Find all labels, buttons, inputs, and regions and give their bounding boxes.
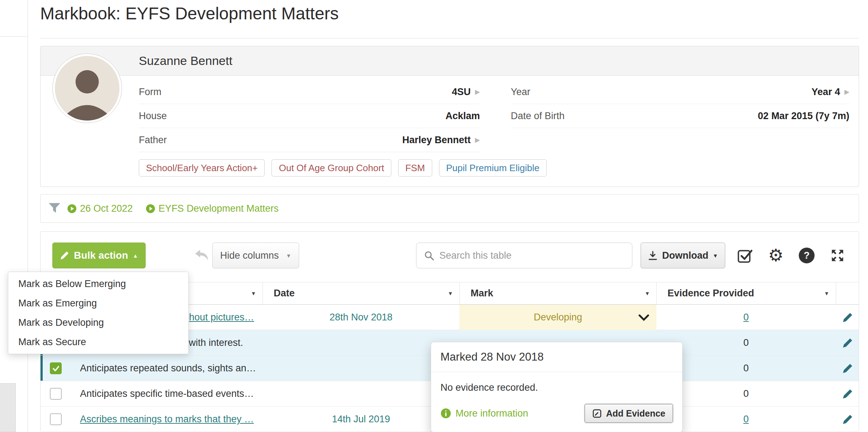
evidence-count: 0 <box>743 337 749 348</box>
detail-value: Harley Bennett <box>402 135 471 146</box>
caret-down-icon: ▼ <box>251 291 256 296</box>
evidence-link[interactable]: 0 <box>743 414 749 424</box>
detail-value: 4SU <box>452 86 471 98</box>
statement-link[interactable]: Ascribes meanings to marks that they … <box>80 414 254 424</box>
collapsed-sidebar[interactable] <box>0 0 28 432</box>
download-icon <box>648 250 658 260</box>
tag-school-action: School/Early Years Action+ <box>139 159 265 177</box>
student-avatar[interactable] <box>52 53 122 123</box>
menu-item-mark-emerging[interactable]: Mark as Emerging <box>8 294 188 313</box>
hide-columns-label: Hide columns <box>220 250 279 261</box>
edit-row-button[interactable] <box>836 389 859 399</box>
caret-down-icon: ▼ <box>286 253 291 258</box>
pencil-icon <box>842 363 853 374</box>
tag-fsm: FSM <box>398 159 432 177</box>
popover-title: Marked 28 Nov 2018 <box>431 342 682 372</box>
detail-value: Acklam <box>445 111 480 122</box>
page: Markbook: EYFS Development Matters Suzan… <box>0 0 868 432</box>
mark-value: Developing <box>534 312 582 323</box>
bulk-action-button[interactable]: Bulk action ▲ <box>52 243 146 268</box>
mark-cell[interactable]: Developing <box>459 305 656 330</box>
filter-bar: 26 Oct 2022 EYFS Development Matters <box>40 194 859 223</box>
evidence-link[interactable]: 0 <box>743 312 749 323</box>
statement-text: Anticipates repeated sounds, sights an… <box>80 363 256 374</box>
search-input[interactable] <box>439 250 625 261</box>
hide-columns-button[interactable]: Hide columns ▼ <box>212 243 299 268</box>
filter-chip-markbook[interactable]: EYFS Development Matters <box>146 203 279 214</box>
header-actions-column <box>836 282 859 304</box>
green-circle-arrow-icon <box>146 204 155 213</box>
info-icon <box>440 408 451 419</box>
more-information-link[interactable]: More information <box>440 408 528 419</box>
undo-icon <box>193 248 209 263</box>
help-icon: ? <box>799 248 815 263</box>
row-checkbox[interactable] <box>50 388 62 400</box>
detail-label: Father <box>139 135 167 146</box>
page-title: Markbook: EYFS Development Matters <box>40 4 339 23</box>
download-label: Download <box>662 250 708 261</box>
edit-row-button[interactable] <box>836 338 859 348</box>
popover-body: No evidence recorded. <box>431 372 682 395</box>
expand-icon <box>830 248 845 263</box>
header-date-column[interactable]: Date ▼ <box>263 282 459 304</box>
undo-button[interactable] <box>188 246 213 265</box>
detail-label: Year <box>511 86 530 98</box>
chevron-down-icon[interactable] <box>638 314 649 321</box>
gear-icon: ⚙ <box>768 247 783 264</box>
menu-item-mark-below-emerging[interactable]: Mark as Below Emerging <box>8 274 188 294</box>
row-checkbox[interactable] <box>50 413 62 425</box>
filter-chip-label: EYFS Development Matters <box>159 203 279 214</box>
select-rows-button[interactable] <box>734 245 756 266</box>
date-link[interactable]: 28th Nov 2018 <box>330 312 393 323</box>
green-circle-arrow-icon <box>67 204 77 213</box>
add-evidence-button[interactable]: Add Evidence <box>585 404 673 423</box>
bulk-action-label: Bulk action <box>74 250 128 261</box>
evidence-count: 0 <box>743 388 749 399</box>
tag-pupil-premium: Pupil Premium Eligible <box>439 159 547 177</box>
statement-text: Anticipates specific time-based events… <box>80 388 254 399</box>
detail-value: Year 4 <box>812 86 840 98</box>
pencil-icon <box>842 312 853 323</box>
header-label: Evidence Provided <box>667 288 754 299</box>
download-button[interactable]: Download ▼ <box>641 243 725 268</box>
caret-up-icon: ▲ <box>133 253 138 258</box>
menu-item-mark-secure[interactable]: Mark as Secure <box>8 332 188 352</box>
pencil-icon <box>842 338 853 348</box>
row-checkbox[interactable] <box>50 362 62 374</box>
edit-row-button[interactable] <box>836 363 859 374</box>
student-details-left: Form 4SU ▶ House Acklam Father Harley Be… <box>139 80 480 152</box>
fullscreen-button[interactable] <box>827 245 848 266</box>
caret-down-icon: ▼ <box>645 291 650 296</box>
settings-button[interactable]: ⚙ <box>765 245 787 266</box>
edit-row-button[interactable] <box>836 414 859 425</box>
student-profile-card: Suzanne Bennett Form 4SU ▶ <box>40 46 859 187</box>
check-icon <box>52 364 60 373</box>
header-evidence-column[interactable]: Evidence Provided ▼ <box>656 282 836 304</box>
detail-row-form[interactable]: Form 4SU ▶ <box>139 80 480 104</box>
detail-label: Form <box>139 86 161 98</box>
chevron-right-icon: ▶ <box>844 88 849 96</box>
menu-item-mark-developing[interactable]: Mark as Developing <box>8 313 188 332</box>
sidebar-divider <box>0 36 28 37</box>
detail-row-year[interactable]: Year Year 4 ▶ <box>511 80 849 104</box>
date-link[interactable]: 14th Jul 2019 <box>332 414 390 424</box>
header-label: Mark <box>471 288 493 299</box>
chevron-right-icon: ▶ <box>475 88 480 96</box>
edit-row-button[interactable] <box>836 312 859 323</box>
sidebar-bottom-panel <box>0 383 16 432</box>
student-tags: School/Early Years Action+ Out Of Age Gr… <box>139 159 547 177</box>
filter-funnel-icon[interactable] <box>48 203 61 214</box>
detail-row-father[interactable]: Father Harley Bennett ▶ <box>139 128 480 152</box>
filter-chip-date[interactable]: 26 Oct 2022 <box>67 203 133 214</box>
filter-chip-label: 26 Oct 2022 <box>80 203 133 214</box>
title-divider <box>40 38 859 38</box>
detail-value: 02 Mar 2015 (7y 7m) <box>758 111 849 122</box>
bulk-action-menu: Mark as Below Emerging Mark as Emerging … <box>8 272 189 354</box>
help-button[interactable]: ? <box>796 245 817 266</box>
pencil-icon <box>60 251 69 260</box>
student-name: Suzanne Bennett <box>139 54 232 68</box>
detail-row-house: House Acklam <box>139 104 480 128</box>
header-mark-column[interactable]: Mark ▼ <box>459 282 656 304</box>
statement-link[interactable]: hout pictures… <box>189 312 254 323</box>
caret-down-icon: ▼ <box>824 291 829 296</box>
